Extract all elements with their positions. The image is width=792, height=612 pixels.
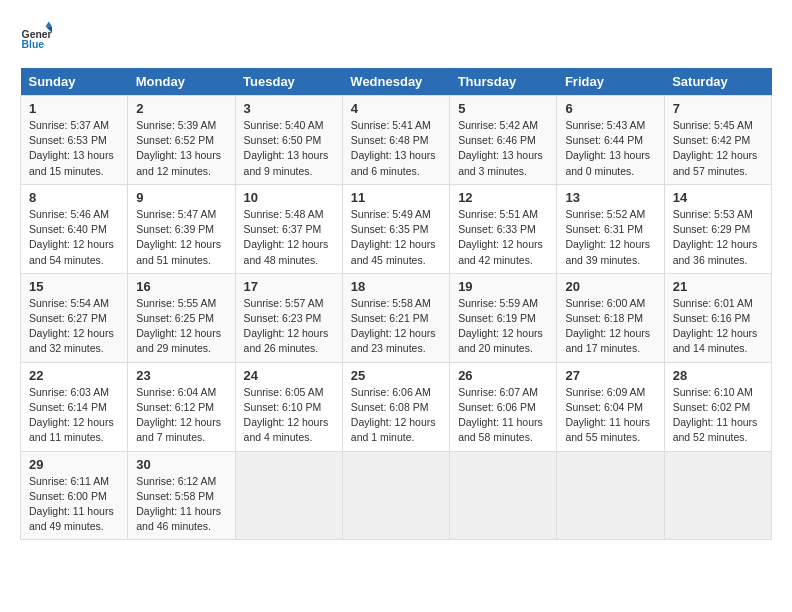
svg-text:Blue: Blue (22, 39, 45, 50)
svg-marker-2 (46, 22, 52, 27)
day-number: 21 (673, 279, 763, 294)
day-cell-2: 2Sunrise: 5:39 AM Sunset: 6:52 PM Daylig… (128, 96, 235, 185)
day-cell-4: 4Sunrise: 5:41 AM Sunset: 6:48 PM Daylig… (342, 96, 449, 185)
day-info: Sunrise: 6:00 AM Sunset: 6:18 PM Dayligh… (565, 296, 655, 357)
empty-cell (557, 451, 664, 540)
day-cell-7: 7Sunrise: 5:45 AM Sunset: 6:42 PM Daylig… (664, 96, 771, 185)
col-header-wednesday: Wednesday (342, 68, 449, 96)
day-number: 2 (136, 101, 226, 116)
day-cell-13: 13Sunrise: 5:52 AM Sunset: 6:31 PM Dayli… (557, 184, 664, 273)
day-number: 13 (565, 190, 655, 205)
day-info: Sunrise: 5:57 AM Sunset: 6:23 PM Dayligh… (244, 296, 334, 357)
day-cell-27: 27Sunrise: 6:09 AM Sunset: 6:04 PM Dayli… (557, 362, 664, 451)
day-cell-21: 21Sunrise: 6:01 AM Sunset: 6:16 PM Dayli… (664, 273, 771, 362)
col-header-thursday: Thursday (450, 68, 557, 96)
col-header-sunday: Sunday (21, 68, 128, 96)
day-cell-19: 19Sunrise: 5:59 AM Sunset: 6:19 PM Dayli… (450, 273, 557, 362)
logo: General Blue (20, 20, 52, 52)
day-info: Sunrise: 5:59 AM Sunset: 6:19 PM Dayligh… (458, 296, 548, 357)
empty-cell (235, 451, 342, 540)
week-row-2: 8Sunrise: 5:46 AM Sunset: 6:40 PM Daylig… (21, 184, 772, 273)
day-number: 22 (29, 368, 119, 383)
day-cell-6: 6Sunrise: 5:43 AM Sunset: 6:44 PM Daylig… (557, 96, 664, 185)
day-number: 9 (136, 190, 226, 205)
empty-cell (342, 451, 449, 540)
day-number: 24 (244, 368, 334, 383)
day-number: 23 (136, 368, 226, 383)
day-info: Sunrise: 5:52 AM Sunset: 6:31 PM Dayligh… (565, 207, 655, 268)
logo-icon: General Blue (20, 20, 52, 52)
day-cell-12: 12Sunrise: 5:51 AM Sunset: 6:33 PM Dayli… (450, 184, 557, 273)
day-info: Sunrise: 6:05 AM Sunset: 6:10 PM Dayligh… (244, 385, 334, 446)
day-cell-25: 25Sunrise: 6:06 AM Sunset: 6:08 PM Dayli… (342, 362, 449, 451)
day-cell-5: 5Sunrise: 5:42 AM Sunset: 6:46 PM Daylig… (450, 96, 557, 185)
day-info: Sunrise: 5:37 AM Sunset: 6:53 PM Dayligh… (29, 118, 119, 179)
day-info: Sunrise: 6:04 AM Sunset: 6:12 PM Dayligh… (136, 385, 226, 446)
day-info: Sunrise: 5:45 AM Sunset: 6:42 PM Dayligh… (673, 118, 763, 179)
day-number: 1 (29, 101, 119, 116)
week-row-5: 29Sunrise: 6:11 AM Sunset: 6:00 PM Dayli… (21, 451, 772, 540)
empty-cell (450, 451, 557, 540)
empty-cell (664, 451, 771, 540)
day-info: Sunrise: 6:11 AM Sunset: 6:00 PM Dayligh… (29, 474, 119, 535)
day-info: Sunrise: 5:41 AM Sunset: 6:48 PM Dayligh… (351, 118, 441, 179)
day-number: 25 (351, 368, 441, 383)
header-row: SundayMondayTuesdayWednesdayThursdayFrid… (21, 68, 772, 96)
col-header-saturday: Saturday (664, 68, 771, 96)
day-cell-10: 10Sunrise: 5:48 AM Sunset: 6:37 PM Dayli… (235, 184, 342, 273)
col-header-monday: Monday (128, 68, 235, 96)
day-cell-29: 29Sunrise: 6:11 AM Sunset: 6:00 PM Dayli… (21, 451, 128, 540)
day-number: 30 (136, 457, 226, 472)
day-cell-17: 17Sunrise: 5:57 AM Sunset: 6:23 PM Dayli… (235, 273, 342, 362)
day-info: Sunrise: 5:39 AM Sunset: 6:52 PM Dayligh… (136, 118, 226, 179)
day-cell-20: 20Sunrise: 6:00 AM Sunset: 6:18 PM Dayli… (557, 273, 664, 362)
svg-text:General: General (22, 29, 52, 40)
day-info: Sunrise: 6:07 AM Sunset: 6:06 PM Dayligh… (458, 385, 548, 446)
day-cell-11: 11Sunrise: 5:49 AM Sunset: 6:35 PM Dayli… (342, 184, 449, 273)
day-number: 26 (458, 368, 548, 383)
day-cell-28: 28Sunrise: 6:10 AM Sunset: 6:02 PM Dayli… (664, 362, 771, 451)
day-info: Sunrise: 5:47 AM Sunset: 6:39 PM Dayligh… (136, 207, 226, 268)
day-number: 15 (29, 279, 119, 294)
day-number: 10 (244, 190, 334, 205)
week-row-3: 15Sunrise: 5:54 AM Sunset: 6:27 PM Dayli… (21, 273, 772, 362)
day-number: 28 (673, 368, 763, 383)
day-cell-1: 1Sunrise: 5:37 AM Sunset: 6:53 PM Daylig… (21, 96, 128, 185)
day-number: 18 (351, 279, 441, 294)
day-info: Sunrise: 6:10 AM Sunset: 6:02 PM Dayligh… (673, 385, 763, 446)
day-info: Sunrise: 6:09 AM Sunset: 6:04 PM Dayligh… (565, 385, 655, 446)
day-number: 16 (136, 279, 226, 294)
day-number: 8 (29, 190, 119, 205)
day-cell-3: 3Sunrise: 5:40 AM Sunset: 6:50 PM Daylig… (235, 96, 342, 185)
day-cell-30: 30Sunrise: 6:12 AM Sunset: 5:58 PM Dayli… (128, 451, 235, 540)
day-cell-23: 23Sunrise: 6:04 AM Sunset: 6:12 PM Dayli… (128, 362, 235, 451)
week-row-4: 22Sunrise: 6:03 AM Sunset: 6:14 PM Dayli… (21, 362, 772, 451)
day-cell-22: 22Sunrise: 6:03 AM Sunset: 6:14 PM Dayli… (21, 362, 128, 451)
day-info: Sunrise: 5:54 AM Sunset: 6:27 PM Dayligh… (29, 296, 119, 357)
day-info: Sunrise: 5:40 AM Sunset: 6:50 PM Dayligh… (244, 118, 334, 179)
day-number: 7 (673, 101, 763, 116)
day-info: Sunrise: 6:12 AM Sunset: 5:58 PM Dayligh… (136, 474, 226, 535)
day-number: 27 (565, 368, 655, 383)
calendar-table: SundayMondayTuesdayWednesdayThursdayFrid… (20, 68, 772, 540)
day-info: Sunrise: 6:01 AM Sunset: 6:16 PM Dayligh… (673, 296, 763, 357)
week-row-1: 1Sunrise: 5:37 AM Sunset: 6:53 PM Daylig… (21, 96, 772, 185)
day-number: 3 (244, 101, 334, 116)
day-info: Sunrise: 5:53 AM Sunset: 6:29 PM Dayligh… (673, 207, 763, 268)
day-info: Sunrise: 6:06 AM Sunset: 6:08 PM Dayligh… (351, 385, 441, 446)
day-number: 20 (565, 279, 655, 294)
day-cell-15: 15Sunrise: 5:54 AM Sunset: 6:27 PM Dayli… (21, 273, 128, 362)
day-info: Sunrise: 5:58 AM Sunset: 6:21 PM Dayligh… (351, 296, 441, 357)
day-info: Sunrise: 5:48 AM Sunset: 6:37 PM Dayligh… (244, 207, 334, 268)
day-cell-26: 26Sunrise: 6:07 AM Sunset: 6:06 PM Dayli… (450, 362, 557, 451)
day-info: Sunrise: 5:55 AM Sunset: 6:25 PM Dayligh… (136, 296, 226, 357)
col-header-friday: Friday (557, 68, 664, 96)
day-info: Sunrise: 5:49 AM Sunset: 6:35 PM Dayligh… (351, 207, 441, 268)
day-info: Sunrise: 5:43 AM Sunset: 6:44 PM Dayligh… (565, 118, 655, 179)
day-number: 6 (565, 101, 655, 116)
day-number: 17 (244, 279, 334, 294)
day-number: 11 (351, 190, 441, 205)
day-number: 12 (458, 190, 548, 205)
day-number: 14 (673, 190, 763, 205)
day-number: 5 (458, 101, 548, 116)
